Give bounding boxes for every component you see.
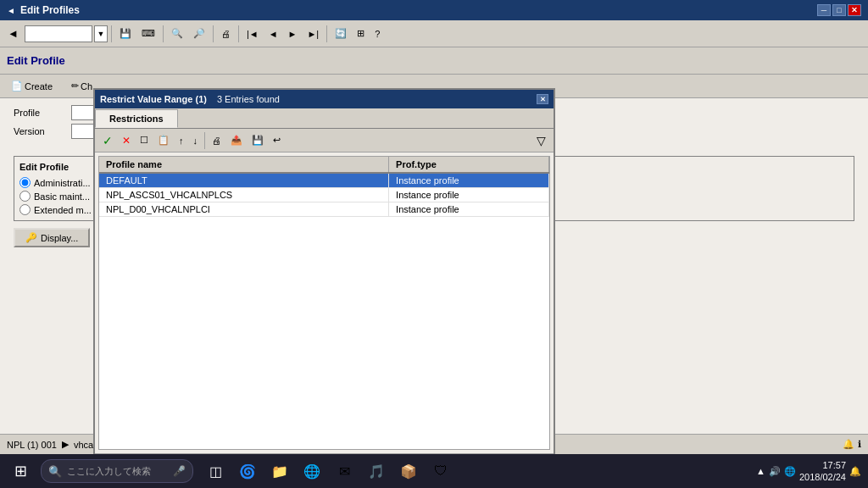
modal-filter-btn[interactable]: ▽ xyxy=(532,133,550,148)
cell-prof-type: Instance profile xyxy=(389,202,549,217)
nav-last-btn[interactable]: ►| xyxy=(303,25,323,43)
create-btn[interactable]: 📄 Create xyxy=(3,78,60,94)
back-toolbar-btn[interactable]: ◄ xyxy=(3,25,23,43)
toolbar-dropdown[interactable]: ▼ xyxy=(94,25,108,42)
sep3 xyxy=(213,25,214,42)
modal-tab-restrictions[interactable]: Restrictions xyxy=(95,109,178,128)
sep1 xyxy=(111,25,112,42)
col-profile-name: Profile name xyxy=(99,157,389,173)
modal-close-btn[interactable]: ✕ xyxy=(537,94,548,104)
network-icon[interactable]: 🌐 xyxy=(784,466,796,477)
refresh-toolbar-btn[interactable]: 🔄 xyxy=(331,25,351,43)
local-menu-btn[interactable]: ⊞ xyxy=(353,25,369,43)
taskbar-clock[interactable]: 17:57 2018/02/24 xyxy=(799,459,846,483)
modal-save-btn[interactable]: 💾 xyxy=(248,131,268,150)
mail-icon[interactable]: ✉ xyxy=(329,456,359,486)
start-button[interactable]: ⊞ xyxy=(3,456,37,486)
modal-tab-label: Restrictions xyxy=(109,114,164,124)
maximize-button[interactable]: □ xyxy=(832,4,846,16)
cell-prof-type: Instance profile xyxy=(389,173,549,188)
sep5 xyxy=(326,25,327,42)
table-row[interactable]: NPL_D00_VHCALNPLCIInstance profile xyxy=(99,202,549,217)
version-label: Version xyxy=(14,126,64,136)
modal-confirm-btn[interactable]: ✓ xyxy=(98,131,117,150)
edge-icon[interactable]: 🌀 xyxy=(232,456,263,486)
cell-prof-type: Instance profile xyxy=(389,188,549,202)
title-bar: ◄ Edit Profiles ─ □ ✕ xyxy=(0,0,868,20)
taskbar-search-text: ここに入力して検索 xyxy=(67,465,151,478)
print-toolbar-btn[interactable]: 🖨 xyxy=(217,25,235,43)
taskbar-search-bar[interactable]: 🔍 ここに入力して検索 🎤 xyxy=(41,459,193,483)
modal-sep1 xyxy=(204,132,205,149)
clock-date: 2018/02/24 xyxy=(799,471,846,483)
modal-title-bar: Restrict Value Range (1) 3 Entries found… xyxy=(95,90,554,108)
create-icon: 📄 xyxy=(11,80,23,92)
title-bar-controls: ─ □ ✕ xyxy=(817,4,861,16)
notif-icon: 🔔 xyxy=(843,439,854,450)
profile-label: Profile xyxy=(14,108,64,118)
taskbar-right: ▲ 🔊 🌐 17:57 2018/02/24 🔔 xyxy=(756,459,865,483)
cell-profile-name: NPL_ASCS01_VHCALNPLCS xyxy=(99,188,389,202)
section-title: Edit Profile xyxy=(7,54,65,67)
close-button[interactable]: ✕ xyxy=(848,4,861,16)
title-bar-title: Edit Profiles xyxy=(20,4,80,16)
explorer-icon[interactable]: 📁 xyxy=(264,456,295,486)
table-row[interactable]: NPL_ASCS01_VHCALNPLCSInstance profile xyxy=(99,188,549,202)
radio-admin-input[interactable] xyxy=(19,177,31,188)
modal-copy-btn[interactable]: 📋 xyxy=(153,131,174,150)
modal-tabs: Restrictions xyxy=(95,108,554,129)
nav-prev-btn[interactable]: ◄ xyxy=(264,25,282,43)
table-row[interactable]: DEFAULTInstance profile xyxy=(99,173,549,188)
modal-dialog: Restrict Value Range (1) 3 Entries found… xyxy=(93,88,555,474)
taskbar-app-icons: ◫ 🌀 📁 🌐 ✉ 🎵 📦 🛡 xyxy=(200,456,456,486)
create-label: Create xyxy=(25,81,53,92)
modal-export-btn[interactable]: 📤 xyxy=(226,131,247,150)
browser-icon[interactable]: 🌐 xyxy=(297,456,327,486)
modal-cancel-btn[interactable]: ✕ xyxy=(118,131,135,150)
tray-arrow[interactable]: ▲ xyxy=(756,466,765,476)
toolbar-input[interactable] xyxy=(25,25,92,42)
sep2 xyxy=(163,25,164,42)
section-header: Edit Profile xyxy=(0,47,868,75)
taskbar: ⊞ 🔍 ここに入力して検索 🎤 ◫ 🌀 📁 🌐 ✉ 🎵 📦 🛡 ▲ 🔊 🌐 17… xyxy=(0,454,868,488)
modal-down-btn[interactable]: ↓ xyxy=(189,131,203,150)
modal-title-controls: ✕ xyxy=(537,94,548,104)
minimize-button[interactable]: ─ xyxy=(817,4,831,16)
search-icon: 🔍 xyxy=(48,465,62,478)
modal-toolbar: ✓ ✕ ☐ 📋 ↑ ↓ 🖨 📤 💾 ↩ ▽ xyxy=(95,129,554,152)
speaker-icon[interactable]: 🔊 xyxy=(769,466,781,477)
find-next-toolbar-btn[interactable]: 🔎 xyxy=(189,25,209,43)
modal-undo-btn[interactable]: ↩ xyxy=(269,131,285,150)
sep4 xyxy=(238,25,239,42)
radio-extended-label: Extended m... xyxy=(34,205,92,215)
radio-basic-input[interactable] xyxy=(19,191,31,202)
modal-print-btn[interactable]: 🖨 xyxy=(208,131,225,150)
radio-admin-label: Administrati... xyxy=(34,178,91,188)
display-icon: 🔑 xyxy=(25,232,37,243)
change-icon: ✏ xyxy=(71,80,79,92)
security-icon[interactable]: 🛡 xyxy=(426,456,456,486)
notification-btn[interactable]: 🔔 xyxy=(849,466,861,477)
media-icon[interactable]: 🎵 xyxy=(361,456,392,486)
taskview-icon[interactable]: ◫ xyxy=(200,456,231,486)
col-prof-type: Prof.type xyxy=(389,157,549,173)
help-btn[interactable]: ? xyxy=(370,25,384,43)
nav-next-btn[interactable]: ► xyxy=(284,25,302,43)
status-right: 🔔 ℹ xyxy=(843,439,861,450)
save-toolbar-btn[interactable]: 💾 xyxy=(115,25,136,43)
nav-first-btn[interactable]: |◄ xyxy=(242,25,263,43)
shortcut-toolbar-btn[interactable]: ⌨ xyxy=(137,25,159,43)
title-bar-back-icon[interactable]: ◄ xyxy=(7,6,15,15)
modal-up-btn[interactable]: ↑ xyxy=(175,131,188,150)
radio-extended-input[interactable] xyxy=(19,204,31,215)
radio-basic-label: Basic maint... xyxy=(34,191,90,202)
info-icon: ℹ xyxy=(858,439,861,450)
display-button[interactable]: 🔑 Display... xyxy=(14,228,90,247)
find-toolbar-btn[interactable]: 🔍 xyxy=(167,25,187,43)
store-icon[interactable]: 📦 xyxy=(393,456,424,486)
modal-select-btn[interactable]: ☐ xyxy=(136,131,153,150)
mic-icon: 🎤 xyxy=(173,465,186,477)
display-label: Display... xyxy=(41,233,78,243)
cell-profile-name: DEFAULT xyxy=(99,173,389,188)
status-system: NPL (1) 001 xyxy=(7,440,57,450)
